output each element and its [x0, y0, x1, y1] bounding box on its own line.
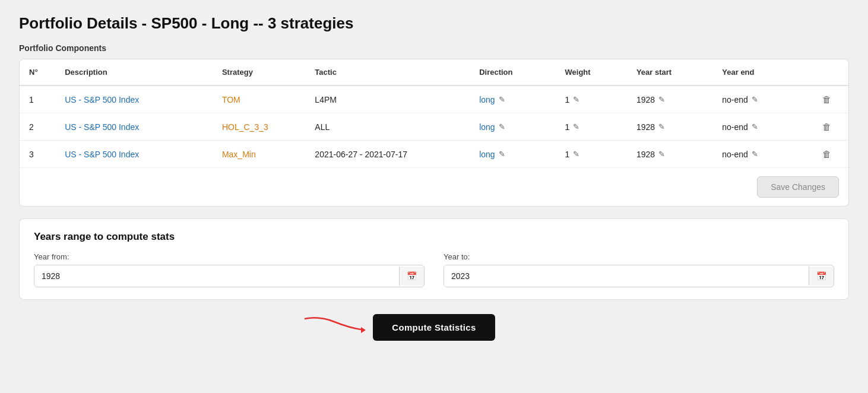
col-header-year-start: Year start [627, 59, 712, 85]
cell-weight-3: 1 ✎ [556, 141, 627, 168]
edit-weight-icon-1[interactable]: ✎ [573, 95, 579, 104]
year-to-calendar-button[interactable]: 📅 [809, 267, 834, 286]
edit-direction-icon-3[interactable]: ✎ [499, 150, 505, 159]
year-end-value-3: no-end [722, 150, 748, 159]
cell-year-end-2: no-end ✎ [712, 113, 812, 141]
col-header-year-end: Year end [712, 59, 812, 85]
arrow-svg [302, 313, 367, 343]
description-link-1[interactable]: US - S&P 500 Index [65, 95, 139, 104]
edit-year-end-icon-3[interactable]: ✎ [752, 150, 758, 159]
edit-weight-icon-3[interactable]: ✎ [573, 150, 579, 159]
years-range-card: Years range to compute stats Year from: … [19, 218, 849, 300]
portfolio-components-card: N° Description Strategy Tactic Direction… [19, 59, 849, 207]
cell-strategy-2: HOL_C_3_3 [213, 113, 305, 141]
year-to-label: Year to: [443, 252, 834, 261]
col-header-action [813, 59, 848, 85]
cell-description-3: US - S&P 500 Index [55, 141, 213, 168]
year-start-value-3: 1928 [636, 150, 655, 159]
cell-num-1: 1 [20, 85, 55, 113]
cell-year-start-1: 1928 ✎ [627, 85, 712, 113]
section-label: Portfolio Components [19, 43, 849, 53]
col-header-direction: Direction [470, 59, 555, 85]
delete-row-icon-2[interactable]: 🗑 [822, 122, 831, 132]
edit-year-end-icon-2[interactable]: ✎ [752, 122, 758, 131]
cell-year-start-3: 1928 ✎ [627, 141, 712, 168]
save-changes-row: Save Changes [20, 167, 848, 206]
table-row: 3 US - S&P 500 Index Max_Min 2021-06-27 … [20, 141, 848, 168]
cell-strategy-3: Max_Min [213, 141, 305, 168]
edit-weight-icon-2[interactable]: ✎ [573, 122, 579, 131]
strategy-link-2[interactable]: HOL_C_3_3 [222, 122, 268, 132]
col-header-weight: Weight [556, 59, 627, 85]
calendar-icon: 📅 [407, 271, 417, 281]
weight-value-2: 1 [565, 122, 570, 132]
year-from-label: Year from: [34, 252, 425, 261]
delete-row-icon-1[interactable]: 🗑 [822, 94, 831, 104]
years-fields: Year from: 📅 Year to: 📅 [34, 252, 834, 287]
cell-num-2: 2 [20, 113, 55, 141]
direction-value-1: long [479, 95, 495, 104]
year-from-field: Year from: 📅 [34, 252, 425, 287]
calendar-icon-2: 📅 [816, 271, 826, 281]
year-end-value-1: no-end [722, 95, 748, 104]
save-changes-button[interactable]: Save Changes [757, 176, 839, 198]
edit-direction-icon-2[interactable]: ✎ [499, 122, 505, 131]
cell-tactic-1: L4PM [305, 85, 470, 113]
page-title: Portfolio Details - SP500 - Long -- 3 st… [19, 14, 849, 33]
svg-marker-0 [361, 327, 366, 333]
edit-year-end-icon-1[interactable]: ✎ [752, 95, 758, 104]
weight-value-1: 1 [565, 95, 570, 104]
arrow-wrapper: Compute Statistics [373, 314, 495, 341]
weight-value-3: 1 [565, 150, 570, 159]
strategy-link-3[interactable]: Max_Min [222, 150, 256, 159]
delete-row-icon-3[interactable]: 🗑 [822, 149, 831, 159]
cell-direction-3: long ✎ [470, 141, 555, 168]
year-from-calendar-button[interactable]: 📅 [399, 267, 424, 286]
cell-num-3: 3 [20, 141, 55, 168]
col-header-tactic: Tactic [305, 59, 470, 85]
edit-year-start-icon-2[interactable]: ✎ [658, 122, 665, 131]
cell-delete-3: 🗑 [813, 141, 848, 168]
compute-statistics-button[interactable]: Compute Statistics [373, 314, 495, 341]
year-from-input-wrapper: 📅 [34, 265, 425, 287]
compute-area: Compute Statistics [19, 314, 849, 341]
cell-description-2: US - S&P 500 Index [55, 113, 213, 141]
year-start-value-1: 1928 [636, 95, 655, 104]
cell-tactic-3: 2021-06-27 - 2021-07-17 [305, 141, 470, 168]
description-link-3[interactable]: US - S&P 500 Index [65, 150, 139, 159]
edit-direction-icon-1[interactable]: ✎ [499, 95, 505, 104]
description-link-2[interactable]: US - S&P 500 Index [65, 122, 139, 132]
table-header-row: N° Description Strategy Tactic Direction… [20, 59, 848, 85]
cell-year-end-1: no-end ✎ [712, 85, 812, 113]
direction-value-3: long [479, 150, 495, 159]
year-to-field: Year to: 📅 [443, 252, 834, 287]
cell-description-1: US - S&P 500 Index [55, 85, 213, 113]
col-header-num: N° [20, 59, 55, 85]
year-start-value-2: 1928 [636, 122, 655, 132]
cell-delete-2: 🗑 [813, 113, 848, 141]
cell-strategy-1: TOM [213, 85, 305, 113]
cell-delete-1: 🗑 [813, 85, 848, 113]
cell-weight-1: 1 ✎ [556, 85, 627, 113]
table-row: 2 US - S&P 500 Index HOL_C_3_3 ALL long … [20, 113, 848, 141]
edit-year-start-icon-3[interactable]: ✎ [658, 150, 665, 159]
cell-year-start-2: 1928 ✎ [627, 113, 712, 141]
strategy-link-1[interactable]: TOM [222, 95, 240, 104]
cell-direction-2: long ✎ [470, 113, 555, 141]
years-range-title: Years range to compute stats [34, 231, 834, 243]
cell-weight-2: 1 ✎ [556, 113, 627, 141]
year-to-input[interactable] [444, 265, 809, 287]
direction-value-2: long [479, 122, 495, 132]
edit-year-start-icon-1[interactable]: ✎ [658, 95, 665, 104]
col-header-strategy: Strategy [213, 59, 305, 85]
cell-year-end-3: no-end ✎ [712, 141, 812, 168]
year-from-input[interactable] [34, 265, 399, 287]
components-table: N° Description Strategy Tactic Direction… [20, 59, 848, 167]
cell-tactic-2: ALL [305, 113, 470, 141]
year-end-value-2: no-end [722, 122, 748, 132]
year-to-input-wrapper: 📅 [443, 265, 834, 287]
table-row: 1 US - S&P 500 Index TOM L4PM long ✎ 1 ✎ [20, 85, 848, 113]
cell-direction-1: long ✎ [470, 85, 555, 113]
col-header-description: Description [55, 59, 213, 85]
